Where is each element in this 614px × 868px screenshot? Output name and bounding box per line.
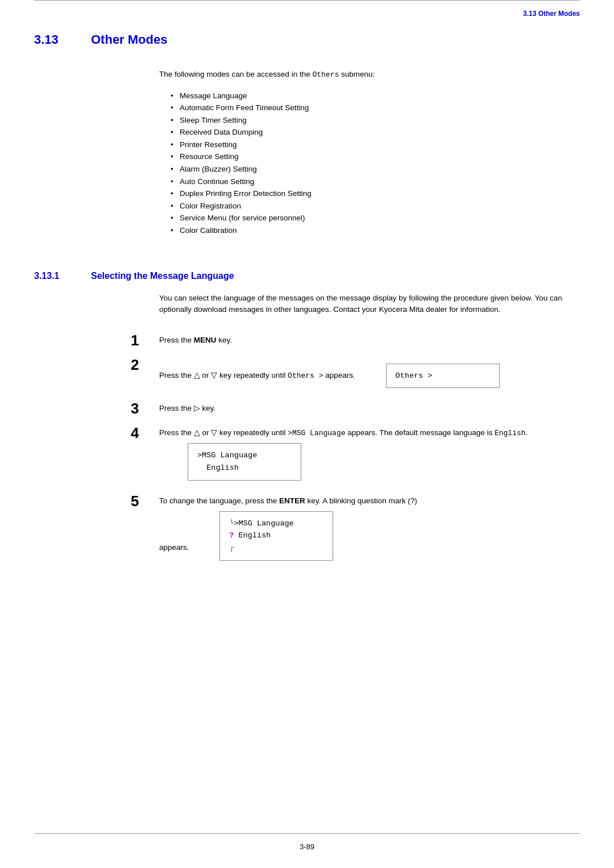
enter-bold: ENTER — [279, 496, 305, 505]
step-3-content: Press the ▷ key. — [159, 400, 580, 414]
page-container: 3.13 Other Modes 3.13 Other Modes The fo… — [0, 0, 614, 868]
menu-bold: MENU — [194, 336, 217, 344]
step-5-content: To change the language, press the ENTER … — [159, 493, 580, 565]
bullet-list: Message Language Automatic Form Feed Tim… — [171, 90, 580, 237]
step-3-container: 3 Press the ▷ key. — [131, 400, 580, 417]
blink-indicator: └ — [229, 519, 234, 528]
list-item: Sleep Timer Setting — [171, 114, 580, 127]
step-2-container: 2 Press the △ or ▽ key repeatedly until … — [131, 357, 580, 393]
english-mono: English — [495, 429, 526, 437]
section-313-intro: The following modes can be accessed in t… — [159, 69, 580, 81]
step-4-content: Press the △ or ▽ key repeatedly until >M… — [159, 425, 580, 485]
section-3131-title: Selecting the Message Language — [91, 271, 234, 281]
main-content: 3.13 Other Modes The following modes can… — [0, 27, 614, 596]
section-3131-number: 3.13.1 — [34, 271, 80, 281]
section-313-heading: 3.13 Other Modes — [34, 32, 580, 47]
section-313-title: Other Modes — [91, 32, 167, 47]
step-2-number: 2 — [131, 357, 159, 373]
top-rule — [34, 0, 580, 5]
section-313-number: 3.13 — [34, 32, 80, 47]
page-number: 3-89 — [300, 842, 314, 851]
others-mono: Others — [312, 70, 339, 79]
list-item: Duplex Printing Error Detection Setting — [171, 187, 580, 200]
list-item: Service Menu (for service personnel) — [171, 212, 580, 224]
list-item: Message Language — [171, 90, 580, 102]
step-3-number: 3 — [131, 400, 159, 417]
blink-indicator-2: ? — [229, 531, 234, 540]
step-4-number: 4 — [131, 425, 159, 441]
list-item: Resource Setting — [171, 151, 580, 163]
header-section-label: 3.13 Other Modes — [523, 10, 580, 18]
page-footer: 3-89 — [0, 842, 614, 851]
page-header: 3.13 Other Modes — [0, 5, 614, 27]
msg-language-mono: >MSG Language — [288, 429, 345, 437]
step-5-container: 5 To change the language, press the ENTE… — [131, 493, 580, 565]
section-3131-heading: 3.13.1 Selecting the Message Language — [34, 271, 580, 281]
step-1-content: Press the MENU key. — [159, 332, 580, 346]
blink-indicator-3: ┌ — [229, 544, 234, 552]
list-item: Automatic Form Feed Timeout Setting — [171, 102, 580, 114]
step-1-number: 1 — [131, 332, 159, 349]
list-item: Received Data Dumping — [171, 126, 580, 139]
others-display-mono: Others > — [288, 372, 323, 380]
display-box-5: └>MSG Language? English┌ — [219, 511, 333, 561]
list-item: Alarm (Buzzer) Setting — [171, 163, 580, 176]
list-item: Color Calibration — [171, 224, 580, 237]
list-item: Auto Continue Setting — [171, 176, 580, 188]
bottom-rule — [34, 833, 580, 834]
list-item: Color Registration — [171, 200, 580, 212]
display-box-4: >MSG Language English — [188, 443, 301, 480]
section-3131-intro: You can select the language of the messa… — [159, 293, 580, 316]
step-1-container: 1 Press the MENU key. — [131, 332, 580, 349]
step-2-content: Press the △ or ▽ key repeatedly until Ot… — [159, 357, 580, 393]
display-box-2: Others > — [386, 364, 500, 389]
step-4-container: 4 Press the △ or ▽ key repeatedly until … — [131, 425, 580, 485]
list-item: Printer Resetting — [171, 139, 580, 151]
step-5-number: 5 — [131, 493, 159, 510]
